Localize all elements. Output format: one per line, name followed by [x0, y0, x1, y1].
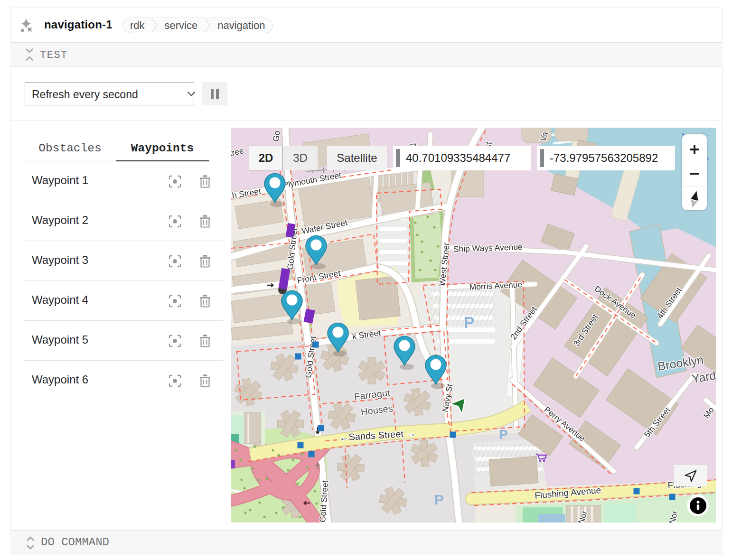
svg-text:P: P: [434, 492, 444, 507]
svg-text:P: P: [464, 313, 475, 331]
svg-text:P: P: [499, 427, 508, 442]
svg-text:Go: Go: [271, 130, 282, 142]
